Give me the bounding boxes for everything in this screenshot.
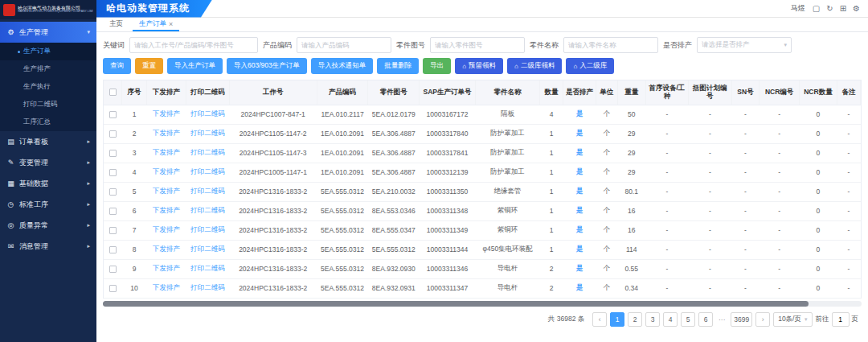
cell-remark: - xyxy=(837,105,861,124)
page-button-3699[interactable]: 3699 xyxy=(731,312,752,327)
export-button[interactable]: 导出 xyxy=(423,58,451,74)
is-scheduled-select[interactable]: 请选择是否排产▾ xyxy=(697,37,792,53)
cell-dispatch: 下发排产 xyxy=(146,278,186,298)
print-link[interactable]: 打印二维码 xyxy=(190,148,225,156)
sidebar-item-change-management[interactable]: ✎变更管理▸ xyxy=(0,152,96,173)
prev-page-button[interactable]: ‹ xyxy=(592,312,607,327)
row-checkbox[interactable] xyxy=(109,246,117,253)
page-button-4[interactable]: 4 xyxy=(663,312,678,327)
print-link[interactable]: 打印二维码 xyxy=(190,129,225,137)
sidebar-item-standard-process[interactable]: ◷标准工序▸ xyxy=(0,194,96,215)
print-link[interactable]: 打印二维码 xyxy=(190,264,225,272)
apps-icon[interactable]: ⊞ xyxy=(840,4,846,13)
row-checkbox[interactable] xyxy=(109,188,117,196)
button-label: 导出 xyxy=(430,61,444,71)
page-button-6[interactable]: 6 xyxy=(698,312,713,327)
sidebar-item-quality-exception[interactable]: ◎质量异常▸ xyxy=(0,215,96,236)
user-name[interactable]: 马煜 xyxy=(791,3,805,14)
tab-production-orders[interactable]: 生产订单× xyxy=(133,18,179,31)
reserve-material-button[interactable]: ⌂预留领料 xyxy=(455,58,503,74)
dispatch-link[interactable]: 下发排产 xyxy=(153,148,180,156)
cell-sap_no: 10003311347 xyxy=(420,278,476,298)
dispatch-link[interactable]: 下发排产 xyxy=(153,187,180,195)
import-production-order-button[interactable]: 导入生产订单 xyxy=(167,58,223,74)
dispatch-link[interactable]: 下发排产 xyxy=(153,283,180,291)
sidebar-item-production-scheduling[interactable]: 生产排产 xyxy=(0,60,96,78)
part-name-input[interactable] xyxy=(563,37,658,53)
secondary-warehouse-pick-button[interactable]: ⌂二级库领料 xyxy=(507,58,562,74)
main-panel: 哈电动装管理系统 马煜 ▢↻⊞⚙ 主页生产订单× 关键词产品编码零件图号零件名称… xyxy=(96,0,868,342)
table-row: 7下发排产打印二维码2024HPC1316-1833-25EA.555.0312… xyxy=(104,220,861,240)
part-drawing-no-input[interactable] xyxy=(430,37,525,53)
cell-ncr_no: - xyxy=(760,259,799,278)
print-link[interactable]: 打印二维码 xyxy=(190,206,225,214)
cell-product_code: 5EA.555.0312 xyxy=(317,182,368,201)
row-checkbox[interactable] xyxy=(109,169,117,176)
print-link[interactable]: 打印二维码 xyxy=(190,225,225,233)
sidebar-item-label: 生产管理 xyxy=(19,27,48,38)
horizontal-scrollbar-thumb[interactable] xyxy=(103,301,809,307)
dispatch-link[interactable]: 下发排产 xyxy=(153,225,180,233)
page-size-select[interactable]: 10条/页▾ xyxy=(773,312,812,327)
settings-icon[interactable]: ⚙ xyxy=(853,4,860,13)
row-checkbox[interactable] xyxy=(109,208,117,215)
reset-button[interactable]: 重置 xyxy=(135,58,163,74)
row-checkbox[interactable] xyxy=(109,285,117,292)
select-all-checkbox[interactable] xyxy=(109,89,117,96)
sidebar-item-print-qrcode[interactable]: 打印二维码 xyxy=(0,96,96,113)
tab-home[interactable]: 主页 xyxy=(103,18,129,31)
batch-delete-button[interactable]: 批量删除 xyxy=(377,58,419,74)
cell-scheduled: 是 xyxy=(563,163,596,182)
dispatch-link[interactable]: 下发排产 xyxy=(153,109,180,117)
cell-remark: - xyxy=(837,163,861,182)
sidebar-item-message-management[interactable]: ✉消息管理▸ xyxy=(0,236,96,257)
dispatch-link[interactable]: 下发排产 xyxy=(153,167,180,175)
cell-ncr_qty: 0 xyxy=(799,163,837,182)
sidebar-item-process-summary[interactable]: 工序汇总 xyxy=(0,113,96,131)
page-button-5[interactable]: 5 xyxy=(681,312,695,327)
page-button-2[interactable]: 2 xyxy=(628,312,642,327)
page-ellipsis[interactable]: ··· xyxy=(716,315,727,323)
dispatch-link[interactable]: 下发排产 xyxy=(153,245,180,253)
sidebar-item-base-data[interactable]: ▦基础数据▸ xyxy=(0,173,96,194)
chevron-right-icon: ▸ xyxy=(87,222,90,229)
row-checkbox[interactable] xyxy=(109,150,117,157)
cell-first_equip: - xyxy=(645,278,688,298)
dispatch-link[interactable]: 下发排产 xyxy=(153,206,180,214)
tab-close-icon[interactable]: × xyxy=(169,20,173,28)
sidebar-item-order-board[interactable]: ▤订单看板▸ xyxy=(0,131,96,152)
sidebar-item-production-execution[interactable]: 生产执行 xyxy=(0,78,96,96)
import-603-903-order-button[interactable]: 导入603/903生产订单 xyxy=(227,58,307,74)
row-checkbox[interactable] xyxy=(109,266,117,273)
query-button[interactable]: 查询 xyxy=(103,58,131,74)
goto-page-input[interactable] xyxy=(832,312,850,327)
fullscreen-icon[interactable]: ▢ xyxy=(813,4,820,13)
cell-seq: 7 xyxy=(122,220,147,240)
sidebar-item-production-management[interactable]: ⚙生产管理▾ xyxy=(0,22,96,43)
horizontal-scrollbar[interactable] xyxy=(103,301,862,307)
dispatch-link[interactable]: 下发排产 xyxy=(153,264,180,272)
print-link[interactable]: 打印二维码 xyxy=(190,283,225,291)
print-link[interactable]: 打印二维码 xyxy=(190,109,225,117)
cell-select xyxy=(104,105,122,124)
cell-part_name: 防护罩加工 xyxy=(475,143,539,163)
page-button-1[interactable]: 1 xyxy=(610,312,624,327)
page-button-3[interactable]: 3 xyxy=(645,312,660,327)
print-link[interactable]: 打印二维码 xyxy=(190,167,225,175)
col-seq: 序号 xyxy=(122,80,147,105)
row-checkbox[interactable] xyxy=(109,111,117,118)
product-code-input[interactable] xyxy=(297,37,391,53)
row-checkbox[interactable] xyxy=(109,227,117,234)
next-page-button[interactable]: › xyxy=(755,312,770,327)
row-checkbox[interactable] xyxy=(109,130,117,138)
production-management-icon: ⚙ xyxy=(6,28,15,36)
print-link[interactable]: 打印二维码 xyxy=(190,187,225,195)
import-tech-notice-button[interactable]: 导入技术通知单 xyxy=(311,58,374,74)
refresh-icon[interactable]: ↻ xyxy=(826,4,833,13)
cell-work_no: 2024HPC1007-847-1 xyxy=(229,105,317,124)
keyword-input[interactable] xyxy=(129,37,258,53)
dispatch-link[interactable]: 下发排产 xyxy=(153,129,180,137)
sidebar-item-production-orders[interactable]: 生产订单 xyxy=(0,43,96,60)
into-secondary-warehouse-button[interactable]: ⌂入二级库 xyxy=(566,58,614,74)
print-link[interactable]: 打印二维码 xyxy=(190,245,225,253)
